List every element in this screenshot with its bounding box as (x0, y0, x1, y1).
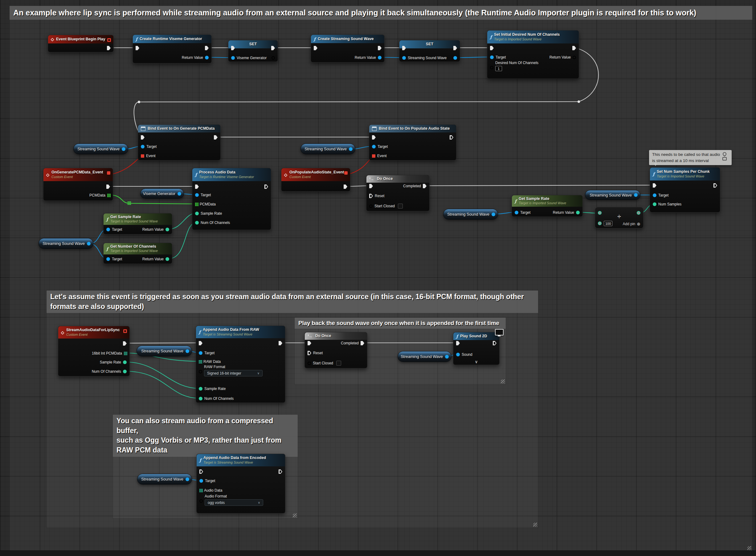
num-samples-pin[interactable] (653, 202, 656, 206)
exec-out-pin[interactable] (205, 46, 209, 50)
exec-in-pin[interactable] (490, 46, 494, 50)
exec-out-pin[interactable] (450, 135, 453, 140)
target-pin[interactable] (199, 479, 203, 483)
delegate-pin[interactable] (107, 171, 110, 175)
target-pin[interactable] (490, 56, 494, 59)
target-pin[interactable] (653, 194, 656, 197)
sample-rate-pin[interactable] (123, 360, 127, 364)
output-pin[interactable] (122, 147, 125, 151)
blueprint-graph-canvas[interactable]: An example where lip sync is performed w… (0, 0, 756, 556)
divide-node[interactable]: 100 ÷ Add pin ⊕ (595, 207, 644, 229)
exec-out-pin[interactable] (123, 341, 127, 346)
exec-in-pin[interactable] (307, 341, 311, 345)
delegate-pin[interactable] (344, 171, 348, 175)
exec-in-pin[interactable] (653, 183, 656, 187)
exec-in-pin[interactable] (369, 184, 373, 188)
bind-event-on-generate-pcmdata[interactable]: Bind Event to On Generate PCMDataTargetE… (138, 125, 221, 161)
start-closed-checkbox[interactable] (336, 361, 341, 366)
sample-rate-pin[interactable] (199, 387, 202, 391)
output-pin[interactable] (634, 193, 638, 197)
set-streaming-sound-wave[interactable]: SETStreaming Sound Wave (399, 40, 460, 62)
return-value-pin[interactable] (576, 211, 580, 214)
variable-getter-streaming-sound-wave[interactable]: Streaming Sound Wave (443, 209, 498, 220)
return-value-pin[interactable] (205, 56, 209, 60)
completed-pin[interactable] (423, 184, 427, 188)
set-viseme-generator[interactable]: SETViseme Generator (228, 40, 278, 62)
divide-value-input[interactable]: 100 (604, 221, 613, 226)
output-pin[interactable] (492, 213, 495, 216)
exec-in-pin[interactable] (141, 135, 144, 140)
start-closed-checkbox[interactable] (398, 204, 403, 209)
exec-out-pin[interactable] (271, 46, 275, 50)
completed-pin[interactable] (361, 341, 364, 345)
audio-data-pin[interactable] (199, 489, 200, 490)
variable-getter-streaming-sound-wave[interactable]: Streaming Sound Wave (137, 474, 192, 485)
output-pin[interactable] (177, 192, 181, 196)
append-audio-data-from-raw[interactable]: ƒAppend Audio Data From RAWTarget is Str… (196, 325, 285, 403)
target-pin[interactable] (141, 145, 144, 148)
output-pin[interactable] (186, 478, 189, 481)
exec-in-pin[interactable] (372, 135, 376, 140)
streaming-sound-wave-pin[interactable] (402, 56, 406, 60)
exec-in-pin[interactable] (231, 46, 235, 50)
exec-out-pin[interactable] (572, 46, 576, 50)
16bit-int-pcmdata-pin[interactable] (124, 352, 125, 353)
output-pin[interactable] (186, 349, 189, 353)
pcmdata-pin[interactable] (195, 203, 196, 204)
output-pin[interactable] (445, 355, 449, 358)
start-closed-pin[interactable] (307, 361, 311, 365)
ongenerate-pcmdata-event[interactable]: ◇OnGeneratePCMData_EventCustom EventPCMD… (43, 168, 113, 201)
exec-out-pin[interactable] (271, 56, 275, 60)
return-value-pin[interactable] (165, 257, 169, 261)
event-begin-play[interactable]: ◇Event Blueprint Begin Play (48, 35, 114, 53)
target-pin[interactable] (195, 193, 199, 197)
exec-out-pin[interactable] (493, 341, 496, 345)
divide-input-a-pin[interactable] (598, 211, 601, 215)
target-pin[interactable] (106, 257, 110, 261)
do-once-2[interactable]: 1→Do OnceCompletedResetStart Closed (304, 332, 367, 369)
variable-getter-streaming-sound-wave[interactable]: Streaming Sound Wave (73, 143, 128, 154)
raw-format-dropdown[interactable]: Signed 16-bit integer∨ (204, 370, 263, 376)
audio-format-pin[interactable] (199, 499, 203, 503)
raw-data-pin[interactable] (199, 360, 200, 361)
stream-audio-data-for-lipsync-event[interactable]: ◇StreamAudioDataForLipSyncCustom Event16… (58, 326, 130, 376)
set-initial-desired-num-of-channels[interactable]: ƒSet Initial Desired Num Of ChannelsTarg… (487, 30, 579, 79)
event-pin[interactable] (372, 154, 375, 158)
reroute-node[interactable] (578, 100, 580, 103)
num-of-channels-pin[interactable] (123, 370, 127, 373)
divide-input-b-pin[interactable] (598, 221, 601, 225)
return-value-pin[interactable] (378, 56, 382, 60)
create-streaming-sound-wave[interactable]: ƒCreate Streaming Sound WaveReturn Value (311, 35, 385, 63)
start-closed-pin[interactable] (369, 205, 372, 208)
reset-pin[interactable] (369, 194, 373, 198)
output-pin[interactable] (87, 242, 91, 245)
set-num-samples-per-chunk[interactable]: ƒSet Num Samples Per ChunkTarget is Impo… (650, 167, 720, 213)
exec-out-pin[interactable] (343, 184, 347, 189)
exec-out-pin[interactable] (453, 46, 457, 50)
num-of-channels-pin[interactable] (195, 221, 199, 224)
bind-event-on-populate-audio-state[interactable]: Bind Event to On Populate Audio StateTar… (369, 125, 456, 161)
exec-in-pin[interactable] (199, 470, 203, 474)
target-pin[interactable] (515, 211, 518, 214)
exec-in-pin[interactable] (199, 341, 202, 345)
variable-getter-streaming-sound-wave[interactable]: Streaming Sound Wave (136, 346, 192, 356)
variable-getter-streaming-sound-wave[interactable]: Streaming Sound Wave (398, 351, 452, 362)
variable-getter-viseme-generator[interactable]: Viseme Generator (140, 188, 184, 199)
delegate-pin[interactable] (123, 329, 127, 333)
get-sample-rate-2[interactable]: ƒGet Sample RateTarget is Imported Sound… (512, 195, 583, 217)
output-pin[interactable] (349, 147, 353, 151)
raw-format-pin[interactable] (199, 370, 202, 373)
target-pin[interactable] (372, 145, 376, 148)
exec-in-pin[interactable] (136, 46, 139, 50)
desired-num-of-channels-value-input[interactable]: 1 (495, 66, 502, 71)
divide-output-pin[interactable] (637, 211, 640, 215)
audio-format-dropdown[interactable]: ogg vorbis∨ (205, 499, 263, 506)
return-value-pin[interactable] (572, 56, 576, 59)
return-value-pin[interactable] (165, 228, 169, 231)
get-sample-rate-1[interactable]: ƒGet Sample RateTarget is Imported Sound… (103, 213, 172, 234)
process-audio-data[interactable]: ƒProcess Audio DataTarget is Runtime Vis… (192, 168, 271, 230)
exec-out-pin[interactable] (278, 341, 282, 345)
create-runtime-viseme-generator[interactable]: ƒCreate Runtime Viseme GeneratorReturn V… (133, 35, 212, 64)
sample-rate-pin[interactable] (195, 212, 199, 215)
exec-in-pin[interactable] (195, 184, 199, 189)
